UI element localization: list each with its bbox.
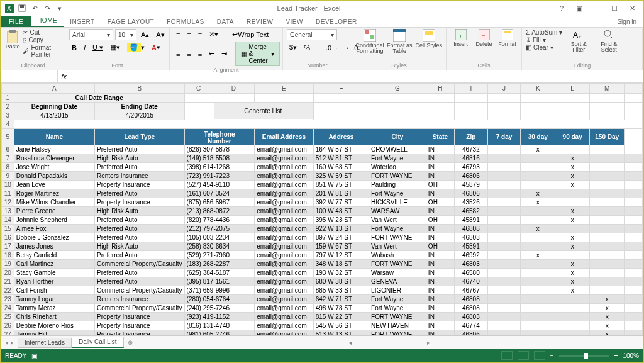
cell-state[interactable]: IN bbox=[426, 269, 454, 277]
cell-email[interactable]: email@gmail.com bbox=[255, 242, 314, 251]
decrease-indent-button[interactable]: ⇤ bbox=[206, 48, 217, 59]
font-size-select[interactable]: 10▾ bbox=[115, 29, 136, 40]
cell-7day[interactable] bbox=[487, 330, 521, 336]
cell-30day[interactable]: x bbox=[521, 198, 555, 207]
add-sheet-button[interactable]: ⊕ bbox=[124, 338, 136, 347]
cell-30day[interactable] bbox=[521, 172, 555, 181]
cell-150day[interactable] bbox=[590, 286, 625, 295]
table-row[interactable]: 16Bobbie J GonzalezPreferred Auto(105) 0… bbox=[2, 233, 643, 242]
cell-email[interactable]: email@gmail.com bbox=[255, 145, 314, 154]
table-row[interactable]: 23Tammy LoganRenters Insurance(280) 054-… bbox=[2, 295, 643, 304]
align-bottom-button[interactable]: ≡ bbox=[196, 30, 204, 40]
cell-addr[interactable]: 885 W 33 ST bbox=[313, 286, 369, 295]
close-button[interactable]: ✕ bbox=[624, 3, 640, 14]
maximize-button[interactable]: ☐ bbox=[606, 3, 623, 14]
cell-7day[interactable] bbox=[487, 198, 521, 207]
table-row[interactable]: 25Chris RinehartProperty Insurance(923) … bbox=[2, 313, 643, 321]
cell-tel[interactable]: (529) 271-7960 bbox=[184, 251, 255, 260]
hdr-city[interactable]: City bbox=[369, 129, 426, 145]
cell-7day[interactable] bbox=[487, 189, 521, 198]
cell-addr[interactable]: 545 W 56 ST bbox=[313, 321, 369, 330]
cell-email[interactable]: email@gmail.com bbox=[255, 304, 314, 313]
cell-zip[interactable]: 45879 bbox=[454, 181, 487, 189]
cell-30day[interactable] bbox=[521, 286, 555, 295]
cell-zip[interactable]: 46808 bbox=[454, 225, 487, 233]
col-L[interactable]: L bbox=[555, 84, 590, 94]
cell-lead[interactable]: Preferred Auto bbox=[94, 269, 184, 277]
row-3[interactable]: 3 4/13/2015 4/20/2015 bbox=[2, 111, 643, 120]
file-tab[interactable]: FILE bbox=[1, 16, 31, 27]
cell-addr[interactable]: 160 W 68 ST bbox=[313, 163, 369, 172]
copy-button[interactable]: ⎘ Copy bbox=[23, 36, 61, 43]
cell-name[interactable]: Johnnie Shepherd bbox=[14, 216, 94, 225]
table-row[interactable]: 14Johnnie ShepherdPreferred Auto(820) 77… bbox=[2, 216, 643, 225]
cell-30day[interactable]: x bbox=[521, 251, 555, 260]
tab-data[interactable]: DATA bbox=[211, 16, 240, 27]
cell-90day[interactable] bbox=[555, 251, 590, 260]
cell-150day[interactable] bbox=[590, 207, 625, 216]
row-header[interactable]: 10 bbox=[2, 181, 14, 189]
cell-addr[interactable]: 498 W 78 ST bbox=[313, 304, 369, 313]
cell-zip[interactable]: 46808 bbox=[454, 295, 487, 304]
hscroll-right[interactable]: ▸ bbox=[427, 339, 430, 346]
cell-email[interactable]: email@gmail.com bbox=[255, 189, 314, 198]
cell-state[interactable]: IN bbox=[426, 313, 454, 321]
cell-name[interactable]: Jean Love bbox=[14, 181, 94, 189]
col-N[interactable] bbox=[625, 84, 643, 94]
table-row[interactable]: 27Tammy HillProperty Insurance(981) 605-… bbox=[2, 330, 643, 336]
cell-addr[interactable]: 897 W 24 ST bbox=[313, 233, 369, 242]
autosum-button[interactable]: Σ AutoSum ▾ bbox=[526, 29, 562, 36]
table-row[interactable]: 18Betsy CanfieldPreferred Auto(529) 271-… bbox=[2, 251, 643, 260]
cell-30day[interactable] bbox=[521, 330, 555, 336]
cell-addr[interactable]: 815 W 22 ST bbox=[313, 313, 369, 321]
table-row[interactable]: 15Aimee FoxPreferred Auto(212) 797-2075e… bbox=[2, 225, 643, 233]
cell-city[interactable]: Paulding bbox=[369, 181, 426, 189]
qat-dropdown-icon[interactable]: ▾ bbox=[55, 4, 64, 13]
row-header[interactable]: 9 bbox=[2, 172, 14, 181]
cell-city[interactable]: WARSAW bbox=[369, 207, 426, 216]
cell-tel[interactable]: (258) 830-6634 bbox=[184, 242, 255, 251]
hdr-addr[interactable]: Address bbox=[313, 129, 369, 145]
cell-lead[interactable]: Renters Insurance bbox=[94, 172, 184, 181]
cell-30day[interactable] bbox=[521, 260, 555, 269]
italic-button[interactable]: I bbox=[81, 43, 88, 53]
cell-lead[interactable]: Preferred Auto bbox=[94, 216, 184, 225]
cell-state[interactable]: IN bbox=[426, 260, 454, 269]
hdr-150day[interactable]: 150 Day bbox=[590, 129, 625, 145]
col-D[interactable]: D bbox=[213, 84, 254, 94]
cell-email[interactable]: email@gmail.com bbox=[255, 163, 314, 172]
cell-name[interactable]: Stacy Gamble bbox=[14, 269, 94, 277]
cell-zip[interactable]: 46732 bbox=[454, 145, 487, 154]
table-row[interactable]: 13Pierre GreeneHigh Risk Auto(213) 868-0… bbox=[2, 207, 643, 216]
row-header[interactable]: 26 bbox=[2, 321, 14, 330]
format-as-table-button[interactable]: Format as Table bbox=[386, 29, 413, 54]
row-header[interactable]: 1 bbox=[2, 94, 14, 103]
cell-tel[interactable]: (280) 054-6764 bbox=[184, 295, 255, 304]
sheet-nav-prev[interactable]: ◂ bbox=[5, 339, 8, 346]
delete-cells-button[interactable]: −Delete bbox=[474, 29, 494, 47]
cell-lead[interactable]: Preferred Auto bbox=[94, 189, 184, 198]
cell-150day[interactable] bbox=[590, 233, 625, 242]
align-middle-button[interactable]: ≡ bbox=[184, 30, 193, 40]
cell-email[interactable]: email@gmail.com bbox=[255, 251, 314, 260]
cell-name[interactable]: James Jones bbox=[14, 242, 94, 251]
cell-city[interactable]: FORT WAYNE bbox=[369, 233, 426, 242]
cell-90day[interactable]: x bbox=[555, 260, 590, 269]
cell-150day[interactable] bbox=[590, 277, 625, 286]
merge-center-button[interactable]: ▦ Merge & Center ▾ bbox=[235, 42, 280, 66]
fill-button[interactable]: ↧ Fill ▾ bbox=[526, 36, 562, 43]
cell-7day[interactable] bbox=[487, 304, 521, 313]
tab-insert[interactable]: INSERT bbox=[64, 16, 101, 27]
cell-7day[interactable] bbox=[487, 295, 521, 304]
cell-tel[interactable]: (820) 778-4436 bbox=[184, 216, 255, 225]
row-header[interactable]: 23 bbox=[2, 295, 14, 304]
cell-name[interactable]: Donald Papadakis bbox=[14, 172, 94, 181]
normal-view-button[interactable] bbox=[501, 351, 513, 360]
cell-state[interactable]: OH bbox=[426, 198, 454, 207]
row-header[interactable]: 5 bbox=[2, 129, 14, 145]
cell-tel[interactable]: (371) 659-9996 bbox=[184, 286, 255, 295]
cell-state[interactable]: IN bbox=[426, 295, 454, 304]
page-layout-view-button[interactable] bbox=[518, 351, 529, 360]
cell-lead[interactable]: Property Insurance bbox=[94, 198, 184, 207]
cell-90day[interactable]: x bbox=[555, 163, 590, 172]
